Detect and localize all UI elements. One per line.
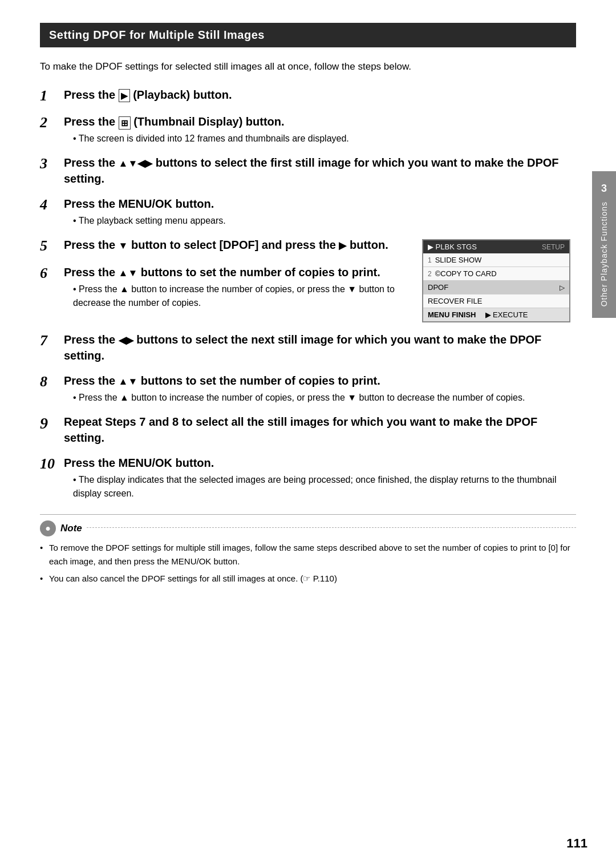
note-item-2: You can also cancel the DPOF settings fo… — [40, 572, 576, 586]
step-5-6-row: 5 Press the ▼ button to select [DPOF] an… — [40, 237, 576, 322]
note-header: ● Note — [40, 520, 576, 536]
menu-finish-label: MENU FINISH — [428, 310, 476, 319]
intro-text: To make the DPOF settings for selected s… — [40, 59, 576, 74]
updown-icon-8: ▲▼ — [119, 375, 138, 389]
side-tab-number: 3 — [601, 183, 607, 195]
step-7: 7 Press the ◀▶ buttons to select the nex… — [40, 332, 576, 364]
menu-item-num-1: 1 — [428, 256, 432, 264]
step-2-text: Press the ⊞ (Thumbnail Display) button. — [64, 114, 576, 130]
menu-box: ▶ PLBK STGS SETUP 1 SLIDE SHOW 2 ©COPY T… — [422, 239, 570, 322]
step-content-9: Repeat Steps 7 and 8 to select all the s… — [64, 414, 576, 446]
step-6: 6 Press the ▲▼ buttons to set the number… — [40, 264, 413, 310]
step-number-3: 3 — [40, 155, 64, 172]
step-10-text: Press the MENU/OK button. — [64, 455, 576, 471]
note-label: Note — [60, 523, 82, 534]
menu-screenshot: ▶ PLBK STGS SETUP 1 SLIDE SHOW 2 ©COPY T… — [422, 237, 576, 322]
step-10: 10 Press the MENU/OK button. The display… — [40, 455, 576, 500]
right-icon-5: ▶ — [339, 239, 346, 253]
step-6-text: Press the ▲▼ buttons to set the number o… — [64, 264, 413, 280]
step-number-7: 7 — [40, 332, 64, 349]
menu-tab-inactive: SETUP — [542, 243, 565, 251]
arrow-icons-3: ▲▼◀▶ — [119, 157, 153, 171]
step-number-1: 1 — [40, 87, 64, 104]
step-number-9: 9 — [40, 414, 64, 433]
step-number-4: 4 — [40, 196, 64, 213]
step-number-8: 8 — [40, 373, 64, 390]
step-3: 3 Press the ▲▼◀▶ buttons to select the f… — [40, 155, 576, 187]
updown-icon-6: ▲▼ — [119, 267, 138, 280]
menu-item-slideshow: 1 SLIDE SHOW — [423, 253, 569, 267]
menu-item-copy: 2 ©COPY TO CARD — [423, 267, 569, 281]
note-dashes — [87, 527, 576, 528]
step-content-6: Press the ▲▼ buttons to set the number o… — [64, 264, 413, 310]
step-content-2: Press the ⊞ (Thumbnail Display) button. … — [64, 114, 576, 146]
step-content-3: Press the ▲▼◀▶ buttons to select the fir… — [64, 155, 576, 187]
step-8-text: Press the ▲▼ buttons to set the number o… — [64, 373, 576, 389]
step-number-2: 2 — [40, 114, 64, 131]
step-6-subtext: Press the ▲ button to increase the numbe… — [73, 282, 413, 310]
note-section: ● Note To remove the DPOF settings for m… — [40, 514, 576, 586]
menu-footer: MENU FINISH ▶ EXECUTE — [423, 308, 569, 321]
steps-5-6-left: 5 Press the ▼ button to select [DPOF] an… — [40, 237, 413, 318]
step-7-text: Press the ◀▶ buttons to select the next … — [64, 332, 576, 364]
menu-item-dpof: DPOF ▷ — [423, 281, 569, 294]
down-icon-5: ▼ — [119, 239, 128, 253]
section-header: Setting DPOF for Multiple Still Images — [40, 23, 576, 47]
step-number-5: 5 — [40, 237, 64, 255]
step-8-subtext: Press the ▲ button to increase the numbe… — [73, 391, 576, 405]
step-4: 4 Press the MENU/OK button. The playback… — [40, 196, 576, 228]
leftright-icon-7: ◀▶ — [119, 334, 133, 348]
menu-item-recover: RECOVER FILE — [423, 294, 569, 308]
step-content-7: Press the ◀▶ buttons to select the next … — [64, 332, 576, 364]
thumbnail-icon: ⊞ — [119, 116, 131, 130]
menu-item-label-2: ©COPY TO CARD — [435, 269, 497, 278]
menu-item-num-2: 2 — [428, 270, 432, 278]
playback-icon: ▶ — [119, 89, 130, 102]
menu-title-bar: ▶ PLBK STGS SETUP — [423, 240, 569, 253]
step-content-1: Press the ▶ (Playback) button. — [64, 87, 576, 103]
step-content-4: Press the MENU/OK button. The playback s… — [64, 196, 576, 228]
menu-item-arrow-dpof: ▷ — [560, 284, 565, 292]
page-number: 111 — [566, 836, 587, 851]
note-item-1: To remove the DPOF settings for multiple… — [40, 541, 576, 568]
menu-item-label-dpof: DPOF — [428, 283, 448, 292]
step-9-text: Repeat Steps 7 and 8 to select all the s… — [64, 414, 576, 446]
step-8: 8 Press the ▲▼ buttons to set the number… — [40, 373, 576, 405]
menu-item-label-1: SLIDE SHOW — [435, 256, 482, 264]
side-tab: 3 Other Playback Functions — [592, 171, 616, 318]
step-5: 5 Press the ▼ button to select [DPOF] an… — [40, 237, 413, 255]
step-1: 1 Press the ▶ (Playback) button. — [40, 87, 576, 104]
step-4-subtext: The playback setting menu appears. — [73, 214, 576, 228]
step-5-text: Press the ▼ button to select [DPOF] and … — [64, 237, 413, 253]
step-4-text: Press the MENU/OK button. — [64, 196, 576, 212]
step-number-10: 10 — [40, 455, 64, 473]
menu-tab-active: ▶ PLBK STGS — [428, 243, 477, 251]
step-content-8: Press the ▲▼ buttons to set the number o… — [64, 373, 576, 405]
step-content-10: Press the MENU/OK button. The display in… — [64, 455, 576, 500]
step-content-5: Press the ▼ button to select [DPOF] and … — [64, 237, 413, 253]
step-3-text: Press the ▲▼◀▶ buttons to select the fir… — [64, 155, 576, 187]
side-tab-text: Other Playback Functions — [599, 201, 609, 306]
page-container: Setting DPOF for Multiple Still Images T… — [29, 0, 587, 623]
step-9: 9 Repeat Steps 7 and 8 to select all the… — [40, 414, 576, 446]
step-2-subtext: The screen is divided into 12 frames and… — [73, 132, 576, 146]
menu-item-label-recover: RECOVER FILE — [428, 297, 482, 305]
step-2: 2 Press the ⊞ (Thumbnail Display) button… — [40, 114, 576, 146]
step-1-text: Press the ▶ (Playback) button. — [64, 87, 576, 103]
menu-execute-label: ▶ EXECUTE — [485, 310, 528, 319]
note-icon: ● — [40, 520, 56, 536]
step-10-subtext: The display indicates that the selected … — [73, 473, 576, 500]
step-number-6: 6 — [40, 264, 64, 282]
